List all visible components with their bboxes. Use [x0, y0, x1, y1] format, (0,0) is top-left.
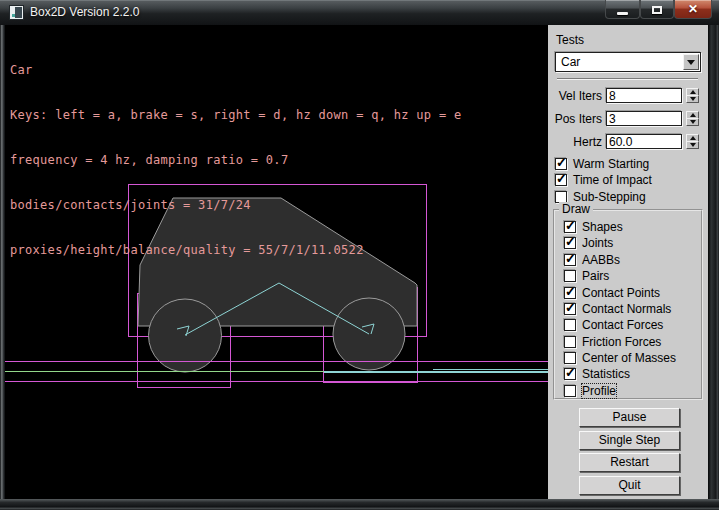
app-icon-detail	[15, 7, 22, 18]
close-icon: ✕	[688, 1, 698, 18]
hertz-spin-down-button[interactable]	[686, 141, 699, 149]
simulation-canvas[interactable]: Car Keys: left = a, brake = s, right = d…	[5, 25, 548, 499]
pairs-label: Pairs	[582, 269, 609, 283]
warm-starting-checkbox-box[interactable]: ✓	[555, 158, 567, 170]
hud-line-bodies: bodies/contacts/joints = 31/7/24	[10, 198, 461, 213]
window-titlebar: Box2D Version 2.2.0 ✕	[0, 0, 719, 25]
vel-iters-label: Vel Iters	[548, 89, 602, 103]
pos-iters-label: Pos Iters	[548, 112, 602, 126]
dropdown-arrow-button[interactable]	[683, 54, 699, 70]
joints-checkbox-box[interactable]: ✓	[564, 237, 576, 249]
spinner-down-icon	[690, 143, 696, 147]
window-title: Box2D Version 2.2.0	[30, 0, 139, 25]
hud-line-title: Car	[10, 63, 461, 78]
hud-line-keys: Keys: left = a, brake = s, right = d, hz…	[10, 108, 461, 123]
vel-iters-input[interactable]	[606, 88, 682, 103]
shapes-checkbox-box[interactable]: ✓	[564, 221, 576, 233]
draw-group-title: Draw	[559, 202, 593, 216]
vel-iters-spinner	[686, 88, 699, 103]
checkmark-icon: ✓	[565, 251, 576, 266]
chevron-down-icon	[687, 60, 695, 65]
checkmark-icon: ✓	[565, 234, 576, 249]
spinner-down-icon	[690, 120, 696, 124]
contact-forces-checkbox-box[interactable]	[564, 319, 576, 331]
checkmark-icon: ✓	[565, 218, 576, 233]
profile-checkbox-box[interactable]	[564, 385, 576, 397]
checkmark-icon: ✓	[556, 155, 567, 170]
time-of-impact-checkbox-box[interactable]: ✓	[555, 174, 567, 186]
pos-iters-input[interactable]	[606, 111, 682, 126]
minimize-button[interactable]	[605, 0, 640, 19]
app-icon	[9, 5, 24, 20]
time-of-impact-label: Time of Impact	[573, 173, 652, 187]
single-step-button[interactable]: Single Step	[579, 431, 680, 450]
pause-button[interactable]: Pause	[579, 408, 680, 427]
pos-iters-spin-down-button[interactable]	[686, 118, 699, 126]
hertz-spinner	[686, 134, 699, 149]
ground-lines	[5, 362, 548, 382]
contact-forces-label: Contact Forces	[582, 318, 663, 332]
hertz-label: Hertz	[548, 135, 602, 149]
aabbs-label: AABBs	[582, 253, 620, 267]
restart-button[interactable]: Restart	[579, 453, 680, 472]
vel-iters-spin-down-button[interactable]	[686, 95, 699, 103]
center-of-masses-checkbox-box[interactable]	[564, 352, 576, 364]
statistics-label: Statistics	[582, 367, 630, 381]
pos-iters-spinner	[686, 111, 699, 126]
profile-label: Profile	[582, 384, 616, 398]
checkmark-icon: ✓	[565, 284, 576, 299]
contact-points-checkbox-box[interactable]: ✓	[564, 287, 576, 299]
maximize-icon	[652, 6, 662, 14]
friction-forces-checkbox-box[interactable]	[564, 336, 576, 348]
window-border-right	[708, 25, 719, 499]
spinner-up-icon	[690, 113, 696, 117]
maximize-button[interactable]	[640, 0, 674, 19]
spinner-down-icon	[690, 97, 696, 101]
aabbs-checkbox-box[interactable]: ✓	[564, 254, 576, 266]
checkmark-icon: ✓	[556, 171, 567, 186]
spinner-up-icon	[690, 90, 696, 94]
app-icon-dot	[12, 14, 15, 17]
panel-separator	[557, 78, 698, 80]
checkmark-icon: ✓	[565, 300, 576, 315]
caption-buttons: ✕	[605, 0, 712, 19]
tests-label: Tests	[556, 33, 584, 47]
tests-dropdown[interactable]: Car	[555, 52, 701, 72]
quit-button[interactable]: Quit	[579, 476, 680, 495]
shapes-label: Shapes	[582, 220, 623, 234]
contact-normals-label: Contact Normals	[582, 302, 671, 316]
window-border-bottom	[0, 499, 719, 510]
center-of-masses-label: Center of Masses	[582, 351, 676, 365]
spinner-up-icon	[690, 136, 696, 140]
hertz-input[interactable]	[606, 134, 682, 149]
friction-forces-label: Friction Forces	[582, 335, 661, 349]
joints-label: Joints	[582, 236, 613, 250]
pos-iters-row: Pos Iters	[548, 111, 708, 126]
contact-points-label: Contact Points	[582, 286, 660, 300]
hud-line-proxies: proxies/height/balance/quality = 55/7/1/…	[10, 243, 461, 258]
hud-line-frequency: frequency = 4 hz, damping ratio = 0.7	[10, 153, 461, 168]
minimize-icon	[617, 12, 628, 15]
hud-text: Car Keys: left = a, brake = s, right = d…	[10, 33, 461, 288]
vel-iters-row: Vel Iters	[548, 88, 708, 103]
close-button[interactable]: ✕	[674, 0, 712, 19]
statistics-checkbox-box[interactable]: ✓	[564, 368, 576, 380]
warm-starting-label: Warm Starting	[573, 157, 649, 171]
contact-normals-checkbox-box[interactable]: ✓	[564, 303, 576, 315]
checkmark-icon: ✓	[565, 365, 576, 380]
tests-dropdown-value: Car	[561, 55, 580, 69]
hertz-row: Hertz	[548, 134, 708, 149]
pairs-checkbox-box[interactable]	[564, 270, 576, 282]
control-panel: Tests Car Vel Iters Pos Iters Hertz ✓ Wa…	[548, 25, 708, 499]
